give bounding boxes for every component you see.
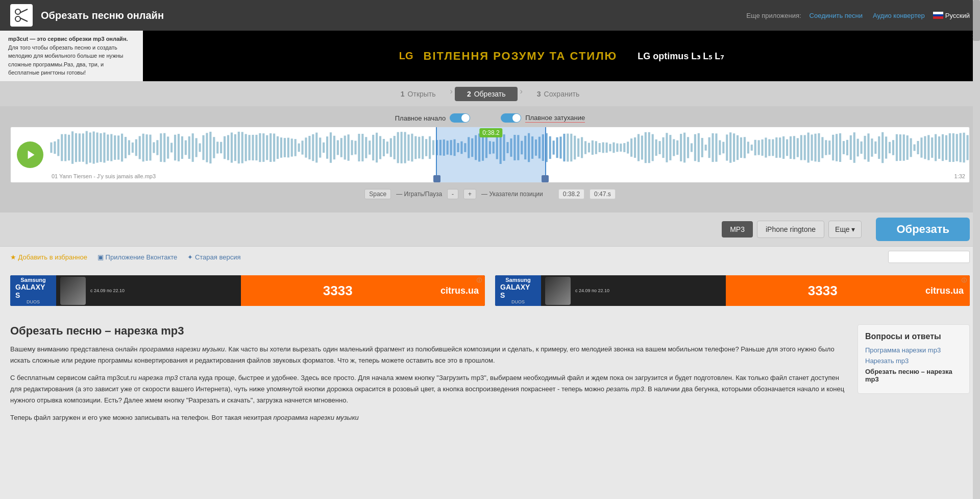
apps-label: Еще приложения: [746,12,801,19]
start-time-indicator: 0:38.2 [558,189,584,199]
ad-price-2: 3333 [726,275,919,306]
ad-model-1: GALAXY S [15,283,51,299]
step-2-num: 2 [467,90,471,98]
play-pause-text: — Играть/Пауза [396,191,442,198]
duration-label: 1:32 [954,173,965,179]
play-button[interactable] [17,141,43,168]
cut-button[interactable]: Обрезать [876,218,970,241]
selection-overlay: 0:38.2 [50,127,969,182]
sidebar-title: Вопросы и ответы [865,332,962,341]
ad-middle-1: с 24.09 по 22.10 [56,277,241,305]
step-1-num: 1 [401,90,405,98]
ad-text-block: mp3cut — это сервис обрезки mp3 онлайн. … [0,31,143,82]
ad-close-2[interactable]: ⓘ [962,277,967,284]
add-to-favorites-link[interactable]: ★ Добавить в избранное [10,253,87,261]
fade-in-group: Плавное начало [395,113,470,123]
step-3-label: Сохранить [544,90,580,98]
more-formats-button[interactable]: Еще ▾ [828,221,862,238]
join-songs-link[interactable]: Соединить песни [810,12,863,19]
format-cut-bar: MP3 iPhone ringtone Еще ▾ Обрезать [0,212,980,246]
fade-out-group: Плавное затухание [501,113,585,123]
fade-in-knob [461,114,470,122]
flag-icon [933,12,943,19]
audio-converter-link[interactable]: Аудио конвертер [873,12,925,19]
play-icon [26,149,37,160]
site-title: Обрезать песню онлайн [41,10,738,21]
fade-out-toggle[interactable] [501,113,521,123]
sidebar-link-2[interactable]: Нарезать mp3 [865,357,962,365]
links-row: ★ Добавить в избранное ▣ Приложение Вкон… [0,246,980,267]
ad-brand-2: Samsung [505,277,531,283]
mp3-format-button[interactable]: MP3 [722,221,753,237]
ad-text-rest: Для того чтобы обрезать песню и создать … [8,44,123,76]
ad-samsung-2: Samsung GALAXY S DUOS [495,275,541,306]
plus-btn[interactable]: + [463,189,476,199]
selection-region[interactable]: 0:38.2 [436,127,546,182]
left-handle-shape [433,175,440,182]
toggle-controls-row: Плавное начало Плавное затухание [10,113,970,123]
svg-point-1 [15,16,20,21]
ad-lg-block[interactable]: LG ВІТЛЕННЯ РОЗУМУ ТА СТИЛЮ LG optimus L… [143,31,980,81]
logo [10,4,33,27]
ad-lg-right-text: LG optimus L₃ L₅ L₇ [638,51,724,62]
ad-phone-image-2 [545,277,571,305]
editor-area: Плавное начало Плавное затухание 0:38. [0,106,980,212]
fade-out-knob [512,114,521,122]
svg-line-3 [20,18,28,21]
ad-date-2: с 24.09 по 22.10 [573,288,611,293]
right-handle-shape [542,175,549,182]
space-key-label[interactable]: Space [364,189,391,199]
step-arrow-2: › [520,87,522,101]
ad-lg-text: ВІТЛЕННЯ РОЗУМУ ТА СТИЛЮ [424,50,618,63]
content-para-2: С бесплатным сервисом сайта mp3cut.ru на… [10,372,847,406]
steps-bar: 1 Открыть › 2 Обрезать › 3 Сохранить [0,82,980,106]
right-handle[interactable] [542,175,549,182]
scrollbar-thumb[interactable] [973,0,980,41]
ad-model-2: GALAXY S [500,283,536,299]
ad-date-1: с 24.09 по 22.10 [88,288,127,293]
ad-banner: mp3cut — это сервис обрезки mp3 онлайн. … [0,31,980,82]
left-handle[interactable] [433,175,440,182]
step-2-cut[interactable]: 2 Обрезать [455,87,518,101]
lg-logo: LG [399,50,413,62]
lang-label: Русский [945,12,970,19]
minus-btn[interactable]: - [447,189,458,199]
markers-row: Space — Играть/Пауза - + — Указатели поз… [10,187,970,201]
old-version-link[interactable]: ✦ Старая версия [187,253,240,261]
language-selector[interactable]: Русский [933,12,970,19]
svg-point-0 [15,9,20,14]
markers-label: — Указатели позиции [481,191,543,198]
ad-samsung-1: Samsung GALAXY S DUOS [10,275,56,306]
content-area: Обрезать песню – нарезка mp3 Вашему вним… [0,314,980,440]
fade-in-toggle[interactable] [450,113,470,123]
selection-time-label: 0:38.2 [479,128,502,137]
step-arrow-1: › [450,87,453,101]
sidebar-box: Вопросы и ответы Программа нарезки mp3 Н… [857,324,970,394]
iphone-ringtone-button[interactable]: iPhone ringtone [757,221,824,238]
vk-app-link[interactable]: ▣ Приложение Вконтакте [97,253,177,261]
sidebar: Вопросы и ответы Программа нарезки mp3 Н… [857,324,970,430]
ad-price-1: 3333 [241,275,434,306]
header-links: Соединить песни Аудио конвертер [810,12,925,19]
step-1-open[interactable]: 1 Открыть [388,87,448,101]
content-para-3: Теперь файл загружен и его уже можно зап… [10,412,847,423]
svg-marker-4 [28,151,35,159]
content-para-1: Вашему вниманию представлена онлайн прог… [10,344,847,366]
ad-card-2[interactable]: Samsung GALAXY S DUOS с 24.09 по 22.10 3… [495,275,970,306]
search-input[interactable] [888,251,970,263]
waveform-container: 0:38.2 01 Yann Tiersen - J'y suis jamais… [10,127,970,183]
scissors-icon [14,8,29,23]
ad-card-1[interactable]: Samsung GALAXY S DUOS с 24.09 по 22.10 3… [10,275,485,306]
step-3-save[interactable]: 3 Сохранить [525,87,592,101]
main-content: Обрезать песню – нарезка mp3 Вашему вним… [10,324,847,430]
svg-line-2 [20,9,28,13]
sidebar-link-3-active: Обрезать песню – нарезка mp3 [865,368,962,383]
step-3-num: 3 [537,90,541,98]
sidebar-link-1[interactable]: Программа нарезки mp3 [865,346,962,354]
end-time-indicator: 0:47.s [590,189,616,199]
scrollbar[interactable] [973,0,980,440]
step-1-label: Открыть [408,90,436,98]
ad-close-1[interactable]: ⓘ [477,277,482,284]
waveform-inner[interactable]: 0:38.2 01 Yann Tiersen - J'y suis jamais… [50,127,969,182]
step-2-label: Обрезать [474,90,506,98]
